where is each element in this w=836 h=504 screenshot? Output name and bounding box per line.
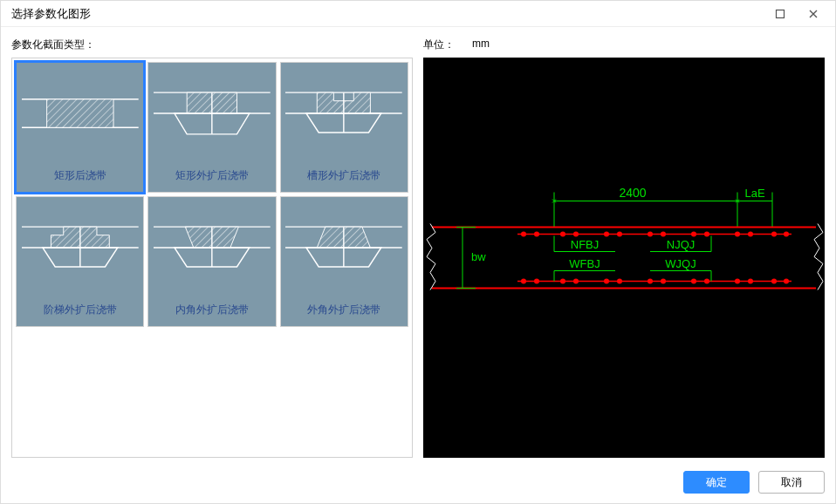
card-inner[interactable]: 内角外扩后浇带: [147, 196, 276, 327]
card-label: 阶梯外扩后浇带: [17, 297, 143, 326]
maximize-button[interactable]: [765, 3, 795, 24]
card-step[interactable]: 阶梯外扩后浇带: [16, 196, 144, 327]
section-type-label: 参数化截面类型：: [11, 37, 413, 52]
card-rect[interactable]: 矩形后浇带: [16, 62, 144, 193]
dim-top: 2400: [619, 186, 646, 200]
svg-rect-2: [777, 10, 785, 17]
card-label: 矩形外扩后浇带: [148, 163, 275, 192]
footer: 确定 取消: [1, 468, 835, 503]
card-label: 内角外扩后浇带: [148, 297, 275, 326]
card-rect-exp[interactable]: 矩形外扩后浇带: [147, 62, 276, 193]
label-wjqj: WJQJ: [665, 257, 696, 270]
unit-value: mm: [472, 37, 490, 52]
thumb-rect: [17, 63, 143, 163]
dim-lae: LaE: [744, 187, 764, 200]
label-nfbj: NFBJ: [571, 238, 600, 251]
label-njqj: NJQJ: [667, 238, 696, 251]
maximize-icon: [775, 9, 785, 19]
card-outer[interactable]: 外角外扩后浇带: [280, 196, 408, 327]
card-label: 矩形后浇带: [17, 163, 143, 192]
close-button[interactable]: [798, 3, 828, 24]
thumb-inner: [148, 197, 275, 297]
close-icon: [808, 9, 819, 19]
cancel-button[interactable]: 取消: [758, 471, 825, 494]
left-pane: 参数化截面类型： 矩形后浇带: [11, 37, 413, 458]
thumb-step: [17, 197, 143, 297]
thumb-outer: [281, 197, 408, 297]
card-label: 外角外扩后浇带: [281, 297, 408, 326]
dim-bw: bw: [471, 250, 486, 263]
card-label: 槽形外扩后浇带: [281, 163, 408, 192]
window-controls: [765, 3, 828, 24]
window-title: 选择参数化图形: [11, 6, 765, 22]
preview-area[interactable]: 2400 LaE: [423, 58, 825, 458]
label-wfbj: WFBJ: [569, 257, 600, 270]
thumb-groove: [281, 63, 408, 163]
card-groove[interactable]: 槽形外扩后浇带: [280, 62, 408, 193]
right-pane: 单位： mm 2400 LaE: [423, 37, 825, 458]
preview-drawing: 2400 LaE: [423, 58, 825, 458]
thumb-rect-exp: [148, 63, 275, 163]
section-type-grid: 矩形后浇带 矩形外扩后浇带: [11, 58, 413, 458]
content: 参数化截面类型： 矩形后浇带: [1, 27, 835, 468]
ok-button[interactable]: 确定: [683, 471, 750, 494]
svg-rect-5: [46, 99, 113, 126]
unit-row: 单位： mm: [423, 37, 825, 52]
titlebar: 选择参数化图形: [1, 1, 835, 27]
unit-label: 单位：: [423, 37, 455, 52]
